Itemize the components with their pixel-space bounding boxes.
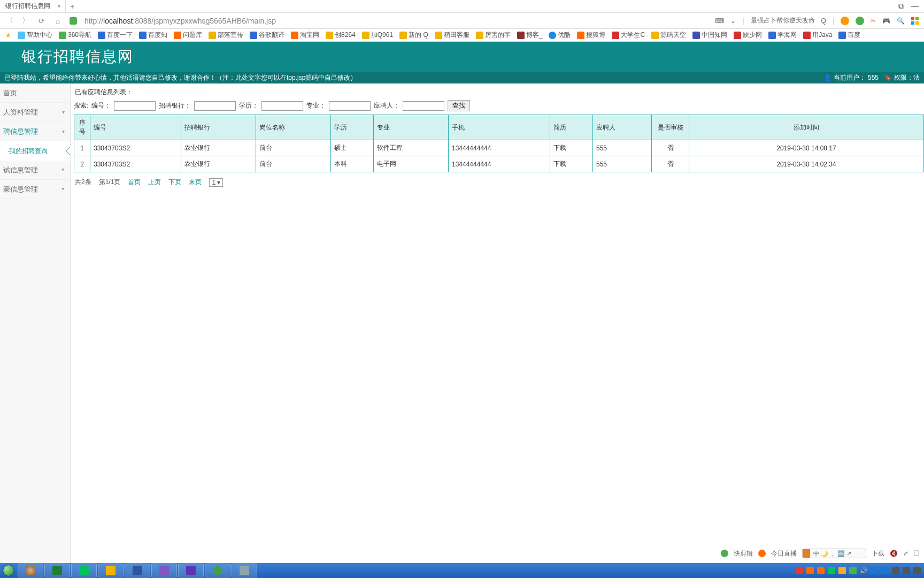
tray-icon[interactable] xyxy=(817,567,825,574)
tray-icon[interactable] xyxy=(806,567,814,574)
home-icon[interactable]: ⌂ xyxy=(53,17,62,25)
magnify-icon[interactable]: 🔍 xyxy=(897,17,905,25)
bookmark-item[interactable]: 学海网 xyxy=(766,31,799,40)
keyboard-icon[interactable]: ⌨ xyxy=(715,17,724,25)
tray-volume-icon[interactable]: 🔊 xyxy=(860,567,867,574)
address-bar: 〈 〉 ⟳ ⌂ http://localhost:8088/jspmyxzpxx… xyxy=(0,13,924,29)
bookmark-item[interactable]: 用Java xyxy=(801,31,834,40)
task-tool2[interactable] xyxy=(178,564,204,577)
task-explorer[interactable] xyxy=(98,564,124,577)
bookmark-item[interactable]: 缺少网 xyxy=(732,31,764,40)
bookmark-item[interactable]: 加Q961 xyxy=(360,31,395,40)
quickcut-link[interactable]: 快剪辑 xyxy=(734,549,753,558)
gamepad-icon[interactable]: 🎮 xyxy=(882,17,890,25)
ext-icon-2[interactable] xyxy=(856,17,864,25)
restore-icon[interactable]: ❐ xyxy=(914,550,920,557)
cell-resume[interactable]: 下载 xyxy=(550,156,593,172)
browser-tab[interactable]: 银行招聘信息网 × xyxy=(0,0,66,13)
search-edu-input[interactable] xyxy=(261,101,303,111)
expand-icon[interactable]: ⤢ xyxy=(903,550,908,557)
tray-icon[interactable] xyxy=(838,567,846,574)
download-link[interactable]: 下载 xyxy=(872,549,884,558)
bookmark-item[interactable]: 博客_ xyxy=(515,31,545,40)
bookmark-item[interactable]: 优酷 xyxy=(546,31,573,40)
bookmark-item[interactable]: 360导航 xyxy=(57,31,94,40)
task-app-1[interactable] xyxy=(18,564,43,577)
scissors-icon[interactable]: ✂ xyxy=(871,17,876,25)
task-wechat[interactable] xyxy=(71,564,97,577)
tray-icon[interactable] xyxy=(796,567,803,574)
mute-icon[interactable]: 🔇 xyxy=(890,550,898,557)
ms-apps-icon[interactable] xyxy=(911,17,919,25)
bookmark-item[interactable]: 源码天空 xyxy=(649,31,688,40)
forward-icon[interactable]: 〉 xyxy=(21,17,30,25)
bookmark-item[interactable]: 帮助中心 xyxy=(16,31,55,40)
search-button[interactable]: 查找 xyxy=(448,100,470,111)
lang-indicator[interactable]: 中 🌙 ， 🔤 ↗ xyxy=(802,549,866,558)
bookmark-item[interactable]: 淘宝网 xyxy=(289,31,321,40)
task-excel[interactable] xyxy=(44,564,70,577)
window-pop-icon[interactable]: ⧉ xyxy=(898,2,904,11)
sidebar-item-exam[interactable]: 试信息管理 xyxy=(0,161,70,180)
sidebar-item-home[interactable]: 首页 xyxy=(0,83,70,103)
sidebar-item-profile[interactable]: 人资料管理 xyxy=(0,103,70,122)
tray-icon[interactable] xyxy=(828,567,835,574)
search-applier-input[interactable] xyxy=(403,101,444,111)
tray-icon[interactable] xyxy=(881,567,889,574)
close-icon[interactable]: × xyxy=(57,3,61,10)
bookmark-item[interactable]: 创8264 xyxy=(324,31,358,40)
search-icon[interactable]: Q xyxy=(821,17,826,25)
promo-text[interactable]: 最强占卜帮你逆天改命 xyxy=(751,16,815,25)
sidebar-item-recruit[interactable]: 聘信息管理 xyxy=(0,122,70,141)
bookmark-item[interactable]: 稻田客服 xyxy=(433,31,472,40)
bookmark-item[interactable]: 百度知 xyxy=(137,31,170,40)
cell-resume[interactable]: 下载 xyxy=(550,140,593,156)
reload-icon[interactable]: ⟳ xyxy=(37,17,46,25)
search-bank-input[interactable] xyxy=(194,101,236,111)
user-icon: 👤 xyxy=(823,74,831,81)
bookmark-item[interactable]: 问题库 xyxy=(172,31,204,40)
new-tab-button[interactable]: + xyxy=(66,2,79,11)
bookmark-item[interactable]: 部落宣传 xyxy=(206,31,245,40)
bookmark-item[interactable]: 新的 Q xyxy=(397,31,430,40)
status-icon[interactable] xyxy=(721,550,728,557)
minimize-icon[interactable]: — xyxy=(911,2,919,11)
ext-icon-1[interactable] xyxy=(841,17,849,25)
welcome-text: 已登陆我站，希望能给你带来好心情，其他话语请您自己修改，谢谢合作！（注：此处文字… xyxy=(4,73,357,82)
bookmark-item[interactable]: 百度 xyxy=(836,31,863,40)
task-tool3[interactable] xyxy=(232,564,257,577)
bookmark-star-icon[interactable]: ★ xyxy=(3,32,13,39)
bookmark-item[interactable]: 搜狐博 xyxy=(575,31,607,40)
bookmark-item[interactable]: 大学生C xyxy=(610,31,647,40)
pager-last[interactable]: 末页 xyxy=(189,178,202,187)
bookmark-item[interactable]: 百度一下 xyxy=(96,31,135,40)
search-no-input[interactable] xyxy=(114,101,156,111)
pager-first[interactable]: 首页 xyxy=(128,178,141,187)
url-display[interactable]: http://localhost:8088/jspmyxzpxxwhsg5665… xyxy=(84,17,276,25)
task-tool1[interactable] xyxy=(151,564,177,577)
bookmark-item[interactable]: 厉害的字 xyxy=(474,31,513,40)
task-word[interactable] xyxy=(125,564,150,577)
welcome-strip: 已登陆我站，希望能给你带来好心情，其他话语请您自己修改，谢谢合作！（注：此处文字… xyxy=(0,72,924,83)
tray-icon[interactable] xyxy=(892,567,899,574)
sidebar-item-other[interactable]: 豪信息管理 xyxy=(0,180,70,199)
pager-prev[interactable]: 上页 xyxy=(148,178,161,187)
favicon-icon xyxy=(612,32,619,39)
tray-icon[interactable] xyxy=(849,567,857,574)
shield-icon[interactable] xyxy=(70,17,77,25)
tray-icon[interactable] xyxy=(871,567,878,574)
tray-icon[interactable] xyxy=(903,567,910,574)
search-major-input[interactable] xyxy=(329,101,371,111)
dropdown-icon[interactable]: ⌄ xyxy=(730,17,736,25)
pager-next[interactable]: 下页 xyxy=(168,178,181,187)
sidebar-sub-myrecruit[interactable]: · 我的招聘查询 xyxy=(0,141,70,161)
live-icon[interactable] xyxy=(758,550,766,557)
back-icon[interactable]: 〈 xyxy=(5,17,14,25)
live-link[interactable]: 今日直播 xyxy=(771,549,797,558)
tray-icon[interactable] xyxy=(913,567,921,574)
bookmark-item[interactable]: 中国知网 xyxy=(690,31,729,40)
bookmark-item[interactable]: 谷歌翻译 xyxy=(248,31,287,40)
task-360[interactable] xyxy=(205,564,230,577)
pager-select[interactable]: 1 ▾ xyxy=(209,178,223,187)
start-button[interactable] xyxy=(0,563,17,578)
